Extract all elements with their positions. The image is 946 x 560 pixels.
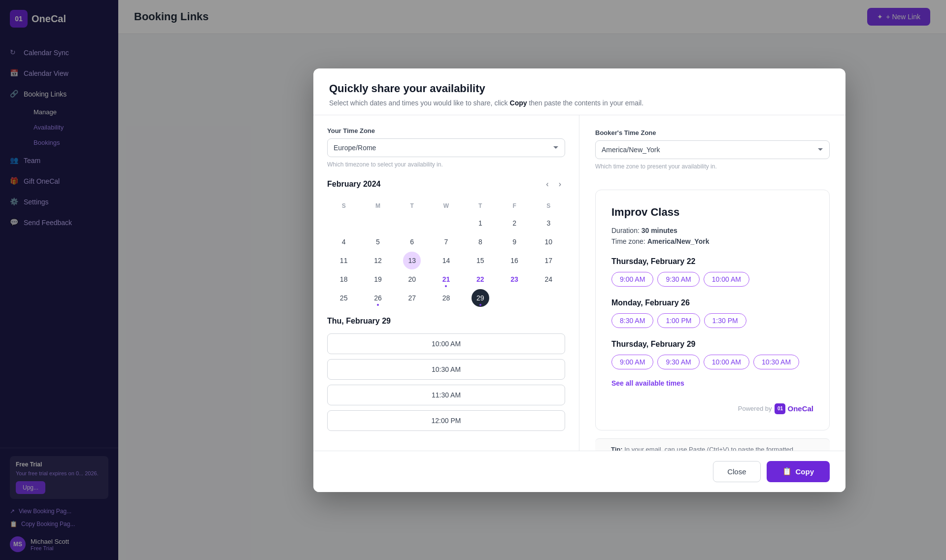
onecal-badge: 01 OneCal xyxy=(775,403,813,414)
cal-day-17[interactable]: 17 xyxy=(540,252,557,269)
modal-header: Quickly share your availability Select w… xyxy=(313,68,845,115)
cal-day-25[interactable]: 25 xyxy=(335,289,353,307)
cal-day-14[interactable]: 14 xyxy=(437,252,455,269)
time-pill-d2-2[interactable]: 1:30 PM xyxy=(704,313,746,328)
preview-day-2-header: Monday, February 26 xyxy=(611,298,813,307)
cal-day-12[interactable]: 12 xyxy=(369,252,387,269)
onecal-badge-icon: 01 xyxy=(775,403,785,414)
cal-day-5[interactable]: 5 xyxy=(369,233,387,251)
preview-day-1-header: Thursday, February 22 xyxy=(611,257,813,266)
tz-value: America/New_York xyxy=(647,237,710,245)
preview-event-title: Improv Class xyxy=(611,206,813,219)
cal-header-tue: T xyxy=(396,198,429,213)
cal-day-27[interactable]: 27 xyxy=(403,289,421,307)
prev-month-button[interactable]: ‹ xyxy=(542,178,552,191)
time-pill-d2-1[interactable]: 1:00 PM xyxy=(657,313,700,328)
cal-day-2[interactable]: 2 xyxy=(506,214,523,232)
modal-subtitle: Select which dates and times you would l… xyxy=(329,99,830,107)
cal-day-3[interactable]: 3 xyxy=(540,214,557,232)
preview-day-3-times: 9:00 AM 9:30 AM 10:00 AM 10:30 AM xyxy=(611,355,813,369)
modal-title: Quickly share your availability xyxy=(329,82,830,95)
cal-day-empty xyxy=(540,289,557,307)
time-pill-d2-0[interactable]: 8:30 AM xyxy=(611,313,653,328)
cal-day-6[interactable]: 6 xyxy=(403,233,421,251)
cal-day-1[interactable]: 1 xyxy=(472,214,489,232)
copy-button[interactable]: 📋 Copy xyxy=(767,461,830,482)
booker-tz-hint: Which time zone to present your availabi… xyxy=(595,163,830,170)
time-pill-d1-0[interactable]: 9:00 AM xyxy=(611,272,653,287)
duration-label: Duration: xyxy=(611,227,640,234)
cal-header-sat: S xyxy=(532,198,565,213)
preview-day-2-times: 8:30 AM 1:00 PM 1:30 PM xyxy=(611,313,813,328)
close-modal-button[interactable]: Close xyxy=(713,461,760,482)
time-pill-d3-0[interactable]: 9:00 AM xyxy=(611,355,653,369)
share-availability-modal: Quickly share your availability Select w… xyxy=(313,68,845,492)
powered-by: Powered by 01 OneCal xyxy=(611,403,813,414)
cal-day-empty xyxy=(403,214,421,232)
cal-header-thu: T xyxy=(464,198,497,213)
tip-label: Tip: xyxy=(611,446,623,451)
cal-day-19[interactable]: 19 xyxy=(369,270,387,288)
cal-day-16[interactable]: 16 xyxy=(506,252,523,269)
cal-day-13[interactable]: 13 xyxy=(403,252,421,269)
right-panel: Booker's Time Zone America/New_York Whic… xyxy=(579,115,845,451)
calendar: February 2024 ‹ › S M T W T F S xyxy=(327,178,565,307)
cal-day-empty xyxy=(335,214,353,232)
cal-day-4[interactable]: 4 xyxy=(335,233,353,251)
subtitle-suffix: then paste the contents in your email. xyxy=(529,99,643,107)
cal-day-28[interactable]: 28 xyxy=(437,289,455,307)
calendar-header: February 2024 ‹ › xyxy=(327,178,565,191)
cal-day-8[interactable]: 8 xyxy=(472,233,489,251)
preview-area: Booker's Time Zone America/New_York Whic… xyxy=(579,115,845,451)
your-tz-hint: Which timezone to select your availabili… xyxy=(327,161,565,168)
time-pill-d3-1[interactable]: 9:30 AM xyxy=(657,355,699,369)
onecal-brand-name: OneCal xyxy=(787,404,813,413)
preview-timezone: Time zone: America/New_York xyxy=(611,237,813,245)
time-pill-d3-2[interactable]: 10:00 AM xyxy=(704,355,749,369)
cal-day-21[interactable]: 21 xyxy=(437,270,455,288)
preview-day-1-times: 9:00 AM 9:30 AM 10:00 AM xyxy=(611,272,813,287)
powered-by-text: Powered by xyxy=(738,405,772,412)
cal-day-22[interactable]: 22 xyxy=(472,270,489,288)
time-pill-d1-2[interactable]: 10:00 AM xyxy=(704,272,749,287)
cal-header-wed: W xyxy=(430,198,463,213)
tip-text: In your email, can use Paste (Ctrl+V) to… xyxy=(611,446,793,451)
modal-body: Your Time Zone Europe/Rome Which timezon… xyxy=(313,115,845,451)
time-pill-d3-3[interactable]: 10:30 AM xyxy=(753,355,799,369)
see-all-link[interactable]: See all available times xyxy=(611,379,684,387)
time-slot-0[interactable]: 10:00 AM xyxy=(327,333,565,354)
modal-footer: Close 📋 Copy xyxy=(313,451,845,492)
cal-day-9[interactable]: 9 xyxy=(506,233,523,251)
time-slot-1[interactable]: 10:30 AM xyxy=(327,359,565,380)
cal-day-11[interactable]: 11 xyxy=(335,252,353,269)
copy-button-label: Copy xyxy=(796,467,814,476)
cal-day-20[interactable]: 20 xyxy=(403,270,421,288)
cal-day-24[interactable]: 24 xyxy=(540,270,557,288)
time-slot-3[interactable]: 12:00 PM xyxy=(327,410,565,431)
next-month-button[interactable]: › xyxy=(555,178,565,191)
your-tz-label: Your Time Zone xyxy=(327,127,565,134)
cal-day-10[interactable]: 10 xyxy=(540,233,557,251)
cal-day-29[interactable]: 29 xyxy=(472,289,489,307)
cal-header-mon: M xyxy=(361,198,394,213)
time-pill-d1-1[interactable]: 9:30 AM xyxy=(657,272,699,287)
subtitle-prefix: Select which dates and times you would l… xyxy=(329,99,508,107)
cal-day-18[interactable]: 18 xyxy=(335,270,353,288)
preview-day-3-header: Thursday, February 29 xyxy=(611,340,813,349)
tip-bar: Tip: In your email, can use Paste (Ctrl+… xyxy=(595,438,830,451)
copy-button-icon: 📋 xyxy=(782,467,792,476)
calendar-grid: S M T W T F S 1 2 3 4 xyxy=(327,198,565,307)
cal-header-fri: F xyxy=(498,198,531,213)
cal-day-7[interactable]: 7 xyxy=(437,233,455,251)
time-slot-2[interactable]: 11:30 AM xyxy=(327,385,565,405)
booker-timezone-select[interactable]: America/New_York xyxy=(595,140,830,159)
booker-tz-label: Booker's Time Zone xyxy=(595,129,830,136)
your-timezone-select[interactable]: Europe/Rome xyxy=(327,138,565,157)
duration-value: 30 minutes xyxy=(642,227,677,234)
cal-day-23[interactable]: 23 xyxy=(506,270,523,288)
subtitle-copy-keyword: Copy xyxy=(510,99,527,107)
cal-day-26[interactable]: 26 xyxy=(369,289,387,307)
cal-day-15[interactable]: 15 xyxy=(472,252,489,269)
cal-day-empty xyxy=(437,214,455,232)
left-panel: Your Time Zone Europe/Rome Which timezon… xyxy=(313,115,579,451)
